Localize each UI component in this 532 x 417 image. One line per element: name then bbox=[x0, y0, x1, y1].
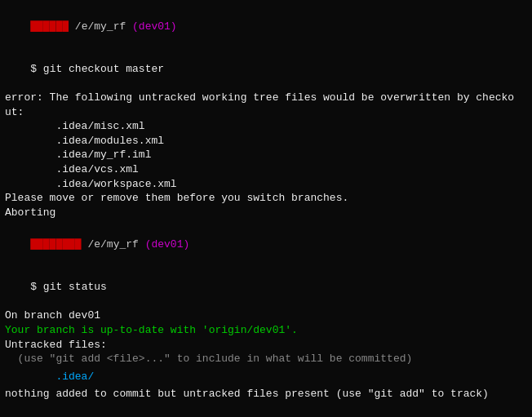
prompt-dollar: $ bbox=[30, 281, 43, 293]
error-text: error: The following untracked working t… bbox=[5, 91, 514, 104]
terminal-line: .idea/vcs.xml bbox=[5, 162, 527, 177]
please-move-text: Please move or remove them before you bbox=[5, 192, 246, 204]
prompt-dollar: $ bbox=[30, 63, 43, 75]
terminal-line: .idea/ bbox=[5, 370, 527, 384]
filepath-text: .idea/my_rf.iml bbox=[5, 149, 151, 161]
error-text: ut: bbox=[5, 106, 24, 118]
prompt-user: ██████ bbox=[30, 20, 69, 33]
command-text: git checkout master bbox=[43, 63, 164, 75]
aborting-text: Aborting bbox=[5, 206, 55, 219]
filepath-text: .idea/workspace.xml bbox=[5, 178, 177, 190]
command-text: git status bbox=[43, 281, 107, 293]
terminal-line: error: The following untracked working t… bbox=[5, 91, 527, 105]
terminal-line: .idea/workspace.xml bbox=[5, 177, 527, 192]
terminal-line: Untracked files: bbox=[5, 338, 527, 353]
terminal-line: (use "git add <file>..." to include in w… bbox=[5, 352, 527, 366]
status-text: On branch dev01 bbox=[5, 309, 100, 322]
prompt-path: /e/my_rf bbox=[69, 20, 132, 33]
terminal-line: nothing added to commit but untracked fi… bbox=[5, 387, 527, 401]
terminal-line: Aborting bbox=[5, 206, 527, 220]
idea-dir-text: .idea/ bbox=[5, 370, 94, 383]
nothing-added-text: nothing added to commit but untracked fi… bbox=[5, 388, 489, 400]
terminal-line: Please move or remove them before you sw… bbox=[5, 191, 527, 206]
filepath-text: .idea/misc.xml bbox=[5, 120, 145, 132]
prompt-branch: (dev01) bbox=[132, 20, 177, 33]
terminal-line: ut: bbox=[5, 105, 527, 120]
prompt-path: /e/my_rf bbox=[82, 238, 145, 251]
terminal-line: ████████ /e/my_rf (dev01) bbox=[5, 223, 527, 266]
switch-text: switch bbox=[246, 192, 291, 204]
terminal-line: ████████ /e/my_rf (dev01) bbox=[5, 405, 527, 417]
terminal-line: $ git checkout master bbox=[5, 48, 527, 91]
hint-text: (use "git add <file>..." to include in w… bbox=[5, 353, 412, 365]
prompt-user: ████████ bbox=[30, 238, 81, 251]
terminal-line: .idea/my_rf.iml bbox=[5, 148, 527, 162]
terminal-line: .idea/misc.xml bbox=[5, 119, 527, 134]
prompt-branch: (dev01) bbox=[145, 238, 190, 251]
branches-text: branches. bbox=[291, 192, 348, 204]
filepath-text: .idea/modules.xml bbox=[5, 135, 164, 147]
terminal-line: .idea/modules.xml bbox=[5, 134, 527, 149]
branch-status-text: Your branch is up-to-date with 'origin/d… bbox=[5, 324, 298, 336]
terminal-line: Your branch is up-to-date with 'origin/d… bbox=[5, 323, 527, 338]
untracked-header: Untracked files: bbox=[5, 339, 107, 351]
terminal-window: ██████ /e/my_rf (dev01) $ git checkout m… bbox=[0, 0, 532, 417]
terminal-line: $ git status bbox=[5, 266, 527, 309]
terminal-line: On branch dev01 bbox=[5, 308, 527, 323]
terminal-line: ██████ /e/my_rf (dev01) bbox=[5, 5, 527, 48]
filepath-text: .idea/vcs.xml bbox=[5, 163, 139, 175]
